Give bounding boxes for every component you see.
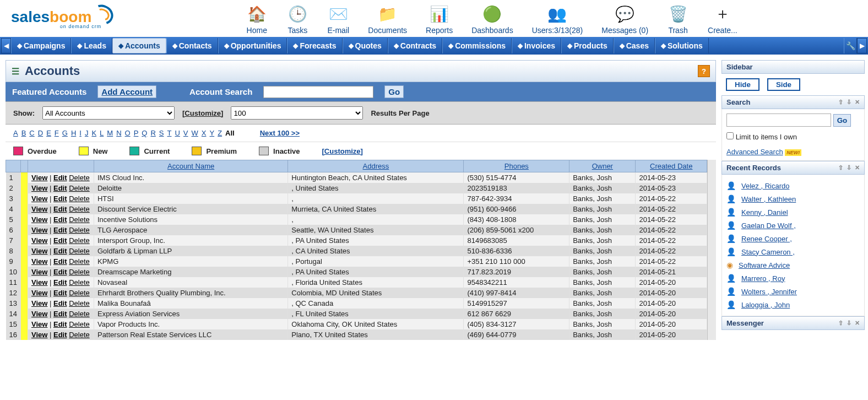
alpha-A[interactable]: A [13, 129, 18, 137]
recent-record-item[interactable]: 👤Renee Cooper , [726, 232, 860, 245]
next-100-link[interactable]: Next 100 >> [260, 129, 300, 137]
show-select[interactable]: All Accounts [42, 106, 175, 120]
top-users-[interactable]: 👥Users:3/13(28) [532, 3, 583, 35]
table-scrollbar[interactable] [707, 160, 716, 340]
advanced-search-link[interactable]: Advanced Search [726, 148, 783, 156]
sidebar-search-input[interactable] [726, 113, 831, 127]
sidebar-hide-button[interactable]: Hide [726, 78, 760, 91]
alpha-R[interactable]: R [150, 129, 155, 137]
add-account-button[interactable]: Add Account [97, 85, 156, 98]
account-search-go[interactable]: Go [384, 85, 404, 98]
recent-record-item[interactable]: 👤Velez , Ricardo [726, 179, 860, 192]
alpha-Y[interactable]: Y [209, 129, 214, 137]
view-link[interactable]: View [31, 184, 47, 192]
panel-up-icon[interactable]: ⇧ [838, 320, 843, 327]
top-dashboards[interactable]: 🟢Dashboards [471, 3, 513, 35]
view-link[interactable]: View [31, 289, 47, 297]
recent-record-link[interactable]: Renee Cooper , [741, 235, 792, 243]
legend-customize-link[interactable]: [Customize] [322, 147, 363, 155]
delete-link[interactable]: Delete [69, 236, 90, 245]
edit-link[interactable]: Edit [53, 331, 67, 339]
edit-link[interactable]: Edit [53, 184, 67, 192]
recent-record-link[interactable]: Wolters , Jennifer [741, 288, 797, 296]
panel-close-icon[interactable]: ✕ [855, 320, 860, 327]
alpha-G[interactable]: G [62, 129, 68, 137]
top-documents[interactable]: 📁Documents [368, 3, 407, 35]
nav-invoices[interactable]: ◆Invoices [512, 38, 561, 53]
recent-record-item[interactable]: 👤Wolters , Jennifer [726, 285, 860, 298]
delete-link[interactable]: Delete [69, 331, 90, 339]
recent-record-item[interactable]: ◉Software Advice [726, 258, 860, 272]
panel-pin-icon[interactable]: ⇩ [847, 164, 851, 171]
panel-up-icon[interactable]: ⇧ [838, 99, 843, 106]
panel-close-icon[interactable]: ✕ [855, 99, 860, 106]
delete-link[interactable]: Delete [69, 299, 90, 307]
alpha-all[interactable]: All [225, 129, 235, 137]
nav-leads[interactable]: ◆Leads [71, 38, 112, 53]
nav-accounts[interactable]: ◆Accounts [112, 38, 166, 53]
view-link[interactable]: View [31, 299, 47, 307]
alpha-D[interactable]: D [38, 129, 43, 137]
view-link[interactable]: View [31, 278, 47, 287]
perpage-select[interactable]: 100 [231, 106, 363, 120]
alpha-S[interactable]: S [159, 129, 164, 137]
view-link[interactable]: View [31, 194, 47, 203]
delete-link[interactable]: Delete [69, 194, 90, 203]
alpha-B[interactable]: B [21, 129, 26, 137]
edit-link[interactable]: Edit [53, 194, 67, 203]
delete-link[interactable]: Delete [69, 278, 90, 287]
edit-link[interactable]: Edit [53, 320, 67, 328]
nav-contacts[interactable]: ◆Contacts [166, 38, 218, 53]
nav-products[interactable]: ◆Products [561, 38, 614, 53]
recent-record-item[interactable]: 👤Stacy Cameron , [726, 245, 860, 258]
alpha-P[interactable]: P [134, 129, 139, 137]
alpha-F[interactable]: F [55, 129, 59, 137]
alpha-H[interactable]: H [71, 129, 76, 137]
delete-link[interactable]: Delete [69, 268, 90, 276]
edit-link[interactable]: Edit [53, 205, 67, 213]
recent-record-link[interactable]: Software Advice [739, 261, 790, 269]
alpha-E[interactable]: E [46, 129, 51, 137]
recent-record-link[interactable]: Velez , Ricardo [741, 182, 789, 190]
col-account-name[interactable]: Account Name [94, 160, 287, 172]
delete-link[interactable]: Delete [69, 257, 90, 266]
alpha-U[interactable]: U [175, 129, 180, 137]
view-link[interactable]: View [31, 205, 47, 213]
edit-link[interactable]: Edit [53, 215, 67, 224]
nav-tool-icon[interactable]: 🔧 [844, 38, 857, 53]
nav-scroll-right[interactable]: ▶ [857, 38, 867, 53]
edit-link[interactable]: Edit [53, 289, 67, 297]
view-link[interactable]: View [31, 236, 47, 245]
limit-own-checkbox[interactable] [726, 132, 734, 139]
top-messages-[interactable]: 💬Messages (0) [601, 3, 648, 35]
nav-commissions[interactable]: ◆Commissions [442, 38, 512, 53]
recent-record-item[interactable]: 👤Gaelan De Wolf , [726, 219, 860, 232]
alpha-V[interactable]: V [183, 129, 188, 137]
panel-pin-icon[interactable]: ⇩ [847, 99, 851, 106]
edit-link[interactable]: Edit [53, 257, 67, 266]
panel-pin-icon[interactable]: ⇩ [847, 320, 851, 327]
edit-link[interactable]: Edit [53, 278, 67, 287]
edit-link[interactable]: Edit [53, 236, 67, 245]
recent-record-item[interactable]: 👤Walter , Kathleen [726, 192, 860, 206]
view-link[interactable]: View [31, 215, 47, 224]
alpha-J[interactable]: J [85, 129, 89, 137]
col-address[interactable]: Address [288, 160, 464, 172]
alpha-L[interactable]: L [100, 129, 104, 137]
view-link[interactable]: View [31, 174, 47, 182]
top-home[interactable]: 🏠Home [246, 3, 268, 35]
panel-close-icon[interactable]: ✕ [855, 164, 860, 171]
recent-record-link[interactable]: Laloggia , John [741, 301, 790, 309]
delete-link[interactable]: Delete [69, 184, 90, 192]
delete-link[interactable]: Delete [69, 226, 90, 234]
nav-contracts[interactable]: ◆Contracts [388, 38, 442, 53]
recent-record-link[interactable]: Marrero , Roy [741, 274, 785, 283]
alpha-Q[interactable]: Q [142, 129, 147, 137]
top-reports[interactable]: 📊Reports [426, 3, 453, 35]
col-created-date[interactable]: Created Date [636, 160, 707, 172]
alpha-M[interactable]: M [107, 129, 113, 137]
edit-link[interactable]: Edit [53, 174, 67, 182]
recent-record-item[interactable]: 👤Kenny , Daniel [726, 206, 860, 219]
delete-link[interactable]: Delete [69, 310, 90, 318]
delete-link[interactable]: Delete [69, 174, 90, 182]
